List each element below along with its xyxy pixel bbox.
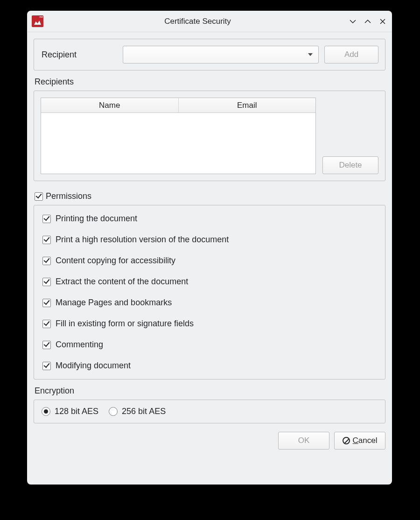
perm-checkbox[interactable] [42,320,51,328]
perm-checkbox[interactable] [42,236,51,244]
recipients-group: Name Email Delete [34,91,385,181]
maximize-button[interactable] [363,17,372,26]
cancel-button[interactable]: CCancelancel [334,432,385,450]
close-icon [379,18,386,25]
recipient-label: Recipient [41,50,117,60]
encryption-option-256[interactable]: 256 bit AES [109,407,166,416]
perm-checkbox[interactable] [42,278,51,286]
encryption-group: 128 bit AES 256 bit AES [34,400,385,423]
minimize-button[interactable] [348,17,357,26]
perm-label: Fill in existing form or signature field… [56,319,194,329]
app-icon [32,15,43,27]
radio-label: 256 bit AES [122,407,166,416]
dialog-footer: OK CCancelancel [34,432,385,450]
perm-item-modifying: Modifying document [42,361,377,371]
column-name[interactable]: Name [41,98,179,112]
perm-checkbox[interactable] [42,341,51,349]
perm-item-extract: Extract the content of the document [42,277,377,287]
add-button[interactable]: Add [324,46,378,63]
radio-label: 128 bit AES [55,407,98,416]
column-email[interactable]: Email [179,98,316,112]
perm-label: Commenting [56,340,103,350]
recipient-group: Recipient Add [34,39,385,70]
recipient-combobox[interactable] [123,46,319,63]
recipients-label: Recipients [35,77,385,87]
chevron-up-icon [364,18,371,25]
ok-button[interactable]: OK [278,432,329,450]
dialog-window: Certificate Security Recipient Add [27,11,392,485]
perm-label: Extract the content of the document [56,277,188,287]
perm-item-manage-pages: Manage Pages and bookmarks [42,298,377,308]
prohibit-icon [343,437,350,444]
perm-checkbox[interactable] [42,257,51,265]
perm-item-commenting: Commenting [42,340,377,350]
perm-label: Content copying for accessibility [56,256,175,266]
perm-item-printing: Printing the document [42,214,377,224]
radio-icon [109,407,118,416]
table-header: Name Email [41,98,315,113]
radio-icon [42,407,50,416]
window-controls [348,17,387,26]
permissions-group: Printing the document Print a high resol… [34,205,385,379]
recipients-table[interactable]: Name Email [41,98,316,174]
permissions-label: Permissions [46,191,91,201]
perm-item-fill-forms: Fill in existing form or signature field… [42,319,377,329]
perm-label: Printing the document [56,214,137,224]
perm-label: Modifying document [56,361,131,371]
chevron-down-icon [349,18,357,25]
encryption-label: Encryption [35,386,385,396]
perm-checkbox[interactable] [42,299,51,307]
perm-item-highres: Print a high resolution version of the d… [42,235,377,245]
perm-label: Print a high resolution version of the d… [56,235,229,245]
permissions-header: Permissions [35,191,385,201]
encryption-option-128[interactable]: 128 bit AES [42,407,98,416]
caret-down-icon [308,53,313,56]
delete-button[interactable]: Delete [322,156,378,174]
perm-checkbox[interactable] [42,362,51,370]
close-button[interactable] [378,17,387,26]
dialog-body: Recipient Add Recipients Name Email [27,32,392,485]
perm-item-copy-a11y: Content copying for accessibility [42,256,377,266]
window-title: Certificate Security [47,17,348,26]
perm-label: Manage Pages and bookmarks [56,298,172,308]
titlebar: Certificate Security [27,11,392,32]
permissions-checkbox[interactable] [35,192,43,201]
perm-checkbox[interactable] [42,215,51,223]
